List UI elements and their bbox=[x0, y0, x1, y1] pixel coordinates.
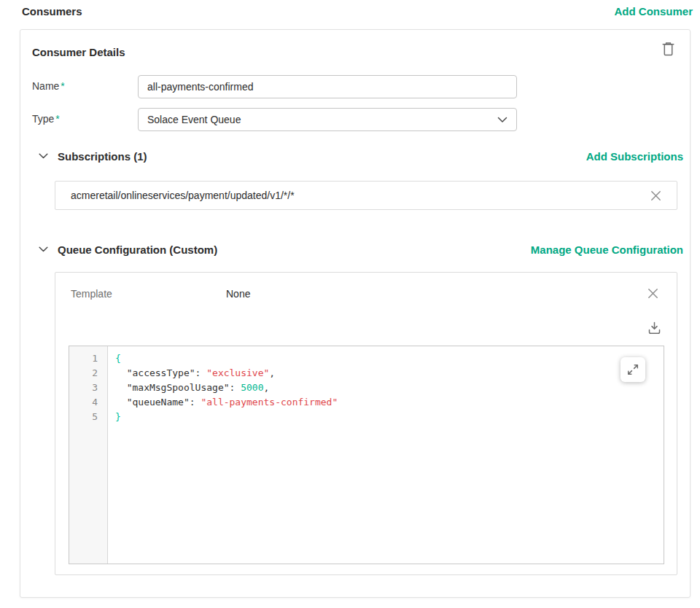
queue-config-section-header: Queue Configuration (Custom) Manage Queu… bbox=[38, 243, 683, 256]
subscriptions-heading: Subscriptions (1) bbox=[58, 150, 586, 163]
add-consumer-button[interactable]: Add Consumer bbox=[614, 5, 693, 17]
name-label: Name* bbox=[32, 80, 65, 92]
remove-subscription-button[interactable] bbox=[648, 187, 664, 203]
page-title: Consumers bbox=[22, 5, 82, 17]
code-gutter: 12345 bbox=[69, 346, 108, 564]
delete-consumer-button[interactable] bbox=[658, 39, 677, 58]
type-select-value: Solace Event Queue bbox=[147, 114, 241, 125]
consumers-header: Consumers Add Consumer bbox=[22, 4, 693, 18]
subscriptions-section-header: Subscriptions (1) Add Subscriptions bbox=[38, 149, 683, 163]
expand-editor-button[interactable] bbox=[621, 357, 645, 382]
name-input[interactable] bbox=[138, 75, 517, 98]
name-label-text: Name bbox=[32, 80, 59, 92]
queue-config-collapse-button[interactable] bbox=[38, 244, 48, 254]
x-icon bbox=[650, 190, 662, 202]
download-config-button[interactable] bbox=[645, 319, 663, 337]
type-label: Type* bbox=[32, 113, 60, 125]
manage-queue-configuration-button[interactable]: Manage Queue Configuration bbox=[531, 243, 683, 256]
download-icon bbox=[647, 321, 662, 335]
chevron-down-icon bbox=[39, 246, 48, 252]
type-select[interactable]: Solace Event Queue bbox=[138, 108, 517, 131]
required-asterisk: * bbox=[55, 113, 59, 125]
expand-arrows-icon bbox=[626, 363, 639, 376]
chevron-down-icon bbox=[39, 153, 48, 159]
subscription-row: acmeretail/onlineservices/payment/update… bbox=[55, 181, 677, 210]
type-label-text: Type bbox=[32, 113, 54, 125]
template-label: Template bbox=[71, 288, 112, 300]
queue-config-heading: Queue Configuration (Custom) bbox=[58, 243, 531, 256]
subscription-topic: acmeretail/onlineservices/payment/update… bbox=[71, 190, 648, 201]
chevron-down-icon bbox=[497, 117, 508, 123]
clear-template-button[interactable] bbox=[645, 285, 661, 301]
trash-icon bbox=[661, 41, 675, 56]
queue-config-panel: Template None 12345 { "accessType": "exc… bbox=[55, 272, 677, 575]
code-content: { "accessType": "exclusive", "maxMsgSpoo… bbox=[108, 346, 664, 564]
consumer-card: Consumer Details Name* Type* Solace Even… bbox=[20, 29, 691, 598]
template-value: None bbox=[226, 288, 250, 300]
consumer-details-title: Consumer Details bbox=[32, 46, 125, 58]
subscriptions-collapse-button[interactable] bbox=[38, 151, 48, 161]
queue-config-editor[interactable]: 12345 { "accessType": "exclusive", "maxM… bbox=[69, 346, 664, 564]
add-subscriptions-button[interactable]: Add Subscriptions bbox=[586, 150, 683, 163]
required-asterisk: * bbox=[61, 80, 64, 92]
x-icon bbox=[647, 287, 659, 300]
